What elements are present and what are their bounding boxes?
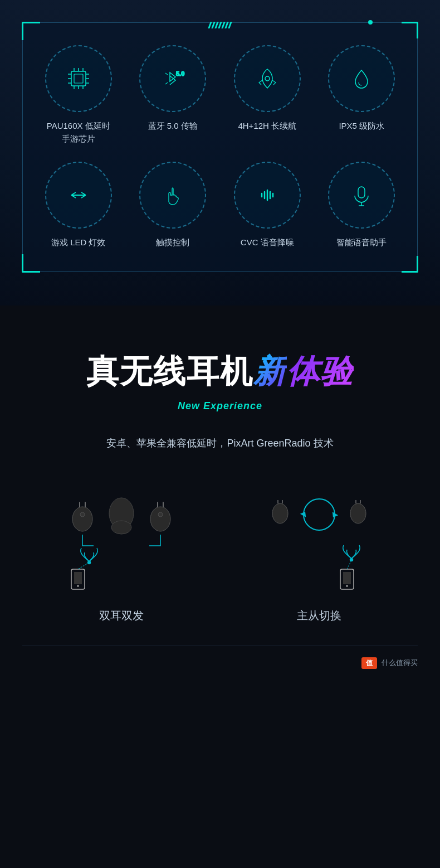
bottom-bar: 值 什么值得买	[22, 646, 418, 675]
dual-send-svg	[55, 486, 188, 597]
svg-rect-22	[358, 187, 365, 198]
feature-icon-battery	[234, 45, 301, 112]
svg-line-52	[347, 560, 351, 569]
touch-icon	[158, 180, 188, 210]
svg-point-29	[150, 507, 170, 531]
feature-label-chip: PAU160X 低延时手游芯片	[47, 120, 110, 145]
feature-waterproof: IPX5 级防水	[317, 45, 407, 145]
master-switch-label: 主从切换	[297, 608, 341, 623]
feature-label-voice: 智能语音助手	[336, 236, 387, 249]
feature-icon-voice	[328, 162, 395, 229]
feature-voice: 智能语音助手	[317, 162, 407, 249]
features-grid: PAU160X 低延时手游芯片 5.0 蓝牙 5.0 传输	[34, 45, 406, 249]
diagram-dual-send: 双耳双发	[38, 486, 205, 623]
feature-label-noise: CVC 语音降噪	[241, 236, 294, 249]
rocket-icon	[252, 64, 282, 94]
svg-rect-1	[74, 74, 83, 83]
top-decoration	[209, 22, 231, 28]
water-icon	[346, 64, 377, 94]
feature-touch: 触摸控制	[129, 162, 218, 249]
svg-rect-0	[71, 71, 86, 86]
feature-icon-waterproof	[328, 45, 395, 112]
bottom-section: 真无线耳机新体验 New Experience 安卓、苹果全兼容低延时，PixA…	[0, 306, 440, 697]
feature-label-battery: 4H+12H 长续航	[238, 120, 296, 133]
watermark-logo: 值	[361, 657, 377, 669]
mic-icon	[346, 180, 377, 210]
waves-icon	[252, 180, 282, 210]
feature-label-touch: 触摸控制	[156, 236, 189, 249]
feature-noise: CVC 语音降噪	[223, 162, 312, 249]
svg-rect-50	[343, 572, 351, 584]
chip-icon	[63, 64, 94, 94]
dual-send-visual	[55, 486, 188, 597]
svg-point-51	[346, 585, 348, 587]
feature-icon-bluetooth: 5.0	[139, 45, 206, 112]
corner-decoration-br	[402, 256, 418, 273]
corner-decoration-tr	[402, 22, 418, 38]
feature-icon-chip	[45, 45, 112, 112]
svg-point-25	[72, 507, 92, 531]
main-title: 真无线耳机新体验	[22, 350, 418, 394]
feature-label-waterproof: IPX5 级防水	[339, 120, 384, 133]
top-dot-decoration	[368, 20, 373, 25]
feature-led: 游戏 LED 灯效	[34, 162, 123, 249]
svg-point-30	[158, 512, 163, 517]
description-text: 安卓、苹果全兼容低延时，PixArt GreenRadio 技术	[22, 434, 418, 452]
feature-icon-touch	[139, 162, 206, 229]
watermark: 值 什么值得买	[361, 657, 418, 669]
diagram-master-switch: 主从切换	[236, 486, 403, 623]
svg-point-38	[77, 585, 79, 587]
title-experience: 体验	[287, 353, 354, 389]
feature-label-led: 游戏 LED 灯效	[51, 236, 106, 249]
feature-icon-led	[45, 162, 112, 229]
feature-icon-noise	[234, 162, 301, 229]
hash-decoration	[209, 22, 231, 28]
title-normal: 真无线耳机	[86, 353, 253, 389]
expand-icon	[63, 180, 94, 210]
feature-label-bluetooth: 蓝牙 5.0 传输	[148, 120, 198, 133]
title-block: 真无线耳机新体验 New Experience	[22, 350, 418, 412]
diagrams-row: 双耳双发	[22, 486, 418, 623]
top-section: PAU160X 低延时手游芯片 5.0 蓝牙 5.0 传输	[0, 0, 440, 306]
feature-chip: PAU160X 低延时手游芯片	[34, 45, 123, 145]
svg-point-34	[111, 521, 131, 534]
master-switch-visual	[252, 486, 386, 597]
svg-rect-37	[74, 572, 82, 584]
dual-send-label: 双耳双发	[99, 608, 144, 623]
tech-panel: PAU160X 低延时手游芯片 5.0 蓝牙 5.0 传输	[22, 22, 418, 272]
svg-point-43	[350, 503, 366, 523]
svg-point-15	[265, 76, 270, 81]
title-new: 新	[253, 353, 287, 389]
bluetooth-icon: 5.0	[158, 64, 188, 94]
subtitle-en: New Experience	[22, 400, 418, 412]
svg-point-40	[272, 503, 288, 523]
watermark-text: 什么值得买	[382, 658, 418, 668]
feature-battery: 4H+12H 长续航	[223, 45, 312, 145]
master-switch-svg	[252, 486, 386, 597]
svg-text:5.0: 5.0	[176, 70, 184, 77]
feature-bluetooth: 5.0 蓝牙 5.0 传输	[129, 45, 218, 145]
svg-line-39	[78, 562, 89, 569]
svg-point-26	[80, 512, 85, 517]
